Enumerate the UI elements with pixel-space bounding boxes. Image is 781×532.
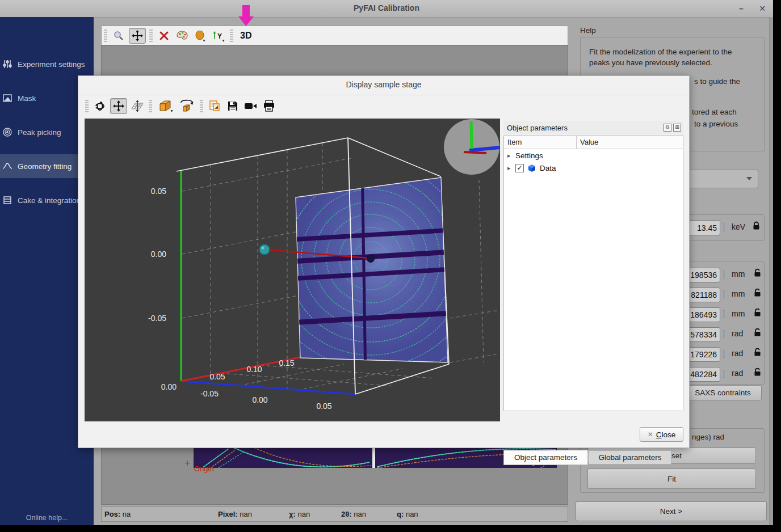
geometry-field[interactable]: 186493	[686, 307, 720, 322]
minimize-button[interactable]: –	[735, 3, 748, 14]
lock-closed-icon[interactable]	[752, 221, 761, 230]
lock-open-icon[interactable]	[753, 288, 762, 297]
status-chi: χ: nan	[289, 510, 310, 518]
lock-open-icon[interactable]	[753, 328, 762, 337]
next-button[interactable]: Next >	[576, 501, 767, 521]
toolbar-grip[interactable]	[149, 100, 152, 112]
axes-orientation-button[interactable]: Y ▾	[211, 28, 226, 43]
red-cross-icon	[159, 31, 169, 41]
spinner-fragment[interactable]: ]	[723, 309, 725, 318]
toolbar-grip[interactable]	[200, 100, 203, 112]
column-value[interactable]: Value	[577, 136, 602, 149]
online-help-link[interactable]: Online help...	[0, 514, 94, 522]
origin-label: Origin	[194, 465, 214, 473]
saxs-constraints-button[interactable]: SAXS contraints	[684, 385, 762, 400]
field-unit: rad	[732, 349, 743, 358]
cube-rotate-icon	[179, 99, 195, 113]
toolbar-grip[interactable]	[149, 29, 153, 42]
colormap-button[interactable]	[174, 28, 190, 43]
bounding-box-button[interactable]: ▾	[156, 99, 175, 113]
status-pixel-label: Pixel:	[218, 510, 238, 518]
toolbar-grip[interactable]	[104, 29, 107, 42]
lock-open-icon[interactable]	[753, 268, 762, 277]
printer-icon	[263, 100, 275, 112]
spinner-fragment[interactable]: ]	[723, 328, 725, 338]
energy-field[interactable]: 13.45	[687, 220, 720, 235]
print-button[interactable]	[261, 99, 277, 113]
save-button[interactable]	[225, 99, 241, 113]
tab-label: Global parameters	[598, 453, 661, 462]
spinner-fragment[interactable]: ]	[723, 368, 725, 378]
remove-button[interactable]	[156, 28, 172, 43]
geometry-field[interactable]: 198536	[686, 268, 720, 282]
geometry-field[interactable]: 578334	[686, 327, 720, 342]
copy-snapshot-button[interactable]	[207, 99, 222, 113]
status-chi-label: χ:	[289, 510, 296, 518]
pan-icon	[113, 100, 124, 112]
float-panel-icon[interactable]: ⧉	[664, 124, 671, 132]
visibility-checkbox[interactable]: ✓	[515, 164, 524, 172]
orientation-gizmo[interactable]	[444, 119, 500, 175]
tab-label: Object parameters	[514, 453, 577, 462]
tab-object-parameters[interactable]: Object parameters	[503, 450, 588, 465]
z-tick-label: 0.05	[316, 402, 331, 411]
sample-sphere-highlight	[262, 247, 264, 250]
view-3d-button[interactable]: 3D	[240, 31, 251, 41]
geometry-field[interactable]: 821188	[686, 288, 720, 302]
tree-row-data[interactable]: ▸ ✓ Data	[504, 162, 683, 174]
status-2theta-label: 2θ:	[341, 510, 352, 518]
status-bar: Pos: na Pixel: nan χ: nan 2θ: nan q: nan	[101, 506, 568, 522]
record-video-button[interactable]	[243, 99, 259, 113]
column-item[interactable]: Item	[504, 136, 577, 149]
geometry-field[interactable]: 482284	[686, 367, 720, 382]
status-pixel-value: nan	[240, 510, 252, 518]
expand-arrow-icon[interactable]: ▸	[507, 152, 512, 159]
window-title: PyFAI Calibration	[0, 3, 773, 12]
x-tick-label: 0.10	[246, 365, 262, 374]
dialog-close-button[interactable]: ✕ Close	[640, 427, 683, 442]
toolbar-grip[interactable]	[230, 29, 233, 42]
combo-box[interactable]	[684, 170, 758, 188]
toolbar-grip[interactable]	[85, 100, 89, 112]
palette-icon	[177, 31, 188, 41]
plane-tool-button[interactable]	[129, 99, 145, 113]
mask-color-button[interactable]: ▾	[192, 28, 208, 43]
rotate-icon	[94, 100, 106, 112]
lock-open-icon[interactable]	[753, 308, 762, 317]
ranges-label-fragment: nges) rad	[692, 433, 724, 441]
scene-3d-view[interactable]: 0.05 0.00 -0.05 0.00 0.05 0.10 0.15 -0.0…	[85, 119, 500, 421]
spinner-fragment[interactable]: ]	[723, 222, 725, 231]
tree-header-row: Item Value	[504, 136, 683, 149]
diffraction-image-strip	[194, 447, 557, 468]
tree-row-settings[interactable]: ▸ Settings	[504, 149, 683, 162]
spinner-fragment[interactable]: ]	[723, 269, 725, 278]
status-pos-label: Pos:	[104, 510, 120, 518]
sidebar-item-experiment-settings[interactable]: Experiment settings	[0, 52, 94, 76]
rotate-tool-button[interactable]	[92, 99, 108, 113]
tab-global-parameters[interactable]: Global parameters	[589, 451, 671, 465]
lock-open-icon[interactable]	[753, 368, 762, 377]
status-q-value: nan	[406, 510, 418, 518]
x-tick-label: 0.05	[209, 372, 225, 381]
rotate-cube-button[interactable]	[177, 99, 196, 113]
lock-open-icon[interactable]	[753, 348, 762, 357]
pan-tool-button[interactable]	[129, 28, 146, 44]
beam-center-marker	[367, 255, 375, 263]
spinner-fragment[interactable]: ]	[723, 289, 725, 298]
scrollbar[interactable]	[770, 17, 773, 525]
panel-header: Object parameters ⧉ ⊠	[503, 121, 683, 134]
clipboard-copy-icon	[208, 100, 221, 112]
expand-arrow-icon[interactable]: ▸	[507, 164, 512, 172]
pan-tool-button[interactable]	[110, 98, 127, 114]
close-panel-icon[interactable]: ⊠	[673, 124, 681, 132]
sidebar-item-label: Geometry fitting	[18, 162, 72, 171]
sliders-icon	[2, 59, 12, 69]
scene-3d-canvas: 0.05 0.00 -0.05 0.00 0.05 0.10 0.15 -0.0…	[85, 119, 500, 421]
close-window-button[interactable]: ✕	[756, 3, 769, 14]
svg-text:Y: Y	[217, 32, 222, 40]
zoom-tool-button[interactable]	[111, 28, 127, 43]
help-text-line2: peaks you have previously selected.	[589, 58, 759, 67]
origin-plus-marker: +	[184, 458, 191, 470]
geometry-field[interactable]: 179226	[686, 347, 720, 362]
spinner-fragment[interactable]: ]	[723, 348, 725, 358]
